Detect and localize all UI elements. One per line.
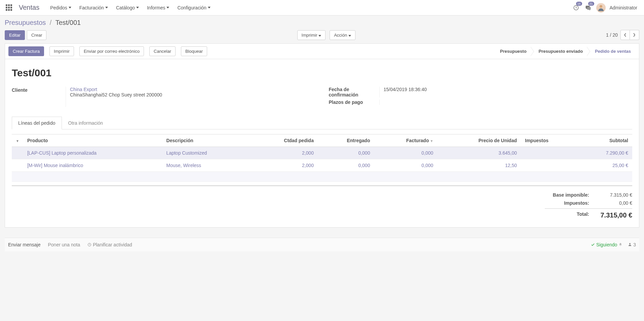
bell-icon xyxy=(618,242,622,247)
print-button[interactable]: Imprimir xyxy=(49,46,74,56)
cliente-link[interactable]: China Export xyxy=(70,87,315,92)
user-name[interactable]: Administrator xyxy=(610,5,637,10)
pager: 1 / 20 xyxy=(606,30,639,40)
value-plazos xyxy=(379,99,633,105)
print-dropdown[interactable]: Imprimir xyxy=(297,30,326,40)
status-step-pedido[interactable]: Pedido de ventas xyxy=(588,47,636,56)
tab-lines[interactable]: Líneas del pedido xyxy=(12,117,62,129)
table-row[interactable]: [LAP-CUS] Laptop personalizada Laptop Cu… xyxy=(12,147,632,159)
value-fecha: 15/04/2019 18:36:40 xyxy=(379,87,633,97)
send-message-link[interactable]: Enviar mensaje xyxy=(8,242,41,247)
cell-precio: 3.645,00 xyxy=(437,147,521,159)
cancel-button[interactable]: Cancelar xyxy=(149,46,176,56)
cell-precio: 12,50 xyxy=(437,159,521,172)
messages-icon[interactable]: 21 xyxy=(584,4,592,12)
cell-subtotal: 25,00 € xyxy=(578,159,632,172)
label-plazos: Plazos de pago xyxy=(329,99,379,105)
cell-descripcion: Mouse, Wireless xyxy=(162,159,250,172)
nav-catalogo[interactable]: Catálogo xyxy=(112,0,143,15)
following-label: Siguiendo xyxy=(596,242,617,247)
label-fecha: Fecha de confirmación xyxy=(329,87,379,97)
table-header-row: ▼ Producto Descripción Ctdad pedida Entr… xyxy=(12,134,632,147)
followers-count[interactable]: 3 xyxy=(628,242,636,247)
cell-facturado: 0,000 xyxy=(374,159,437,172)
tax-label: Impuestos: xyxy=(545,200,595,206)
caret-down-icon xyxy=(166,7,169,8)
schedule-activity-link[interactable]: Planificar actividad xyxy=(87,242,132,247)
nav-facturacion[interactable]: Facturación xyxy=(75,0,112,15)
col-facturado[interactable]: Facturado▼ xyxy=(374,134,437,147)
value-cliente: China Export ChinaShanghai52 Chop Suey s… xyxy=(66,87,315,107)
cell-subtotal: 7.290,00 € xyxy=(578,147,632,159)
send-email-button[interactable]: Enviar por correo electrónico xyxy=(79,46,144,56)
workflow-bar: Crear Factura Imprimir Enviar por correo… xyxy=(5,43,639,59)
create-invoice-button[interactable]: Crear Factura xyxy=(8,46,44,56)
col-ctdad[interactable]: Ctdad pedida xyxy=(250,134,317,147)
cell-impuestos xyxy=(521,147,578,159)
action-center: Imprimir Acción xyxy=(297,30,355,40)
cell-impuestos xyxy=(521,159,578,172)
breadcrumb-root[interactable]: Presupuestos xyxy=(5,19,46,26)
action-dropdown[interactable]: Acción xyxy=(330,30,355,40)
action-row: Editar Crear Imprimir Acción 1 / 20 xyxy=(5,30,639,43)
pager-position: 1 / 20 xyxy=(606,32,618,38)
nav-label: Catálogo xyxy=(116,5,135,10)
nav-pedidos[interactable]: Pedidos xyxy=(46,0,75,15)
form-col-left: Cliente China Export ChinaShanghai52 Cho… xyxy=(12,87,315,107)
svg-point-3 xyxy=(629,243,631,244)
top-navbar: Ventas Pedidos Facturación Catálogo Info… xyxy=(0,0,644,15)
caret-down-icon xyxy=(69,7,71,8)
followers-num: 3 xyxy=(633,242,636,247)
totals-table: Base imponible: 7.315,00 € Impuestos: 0,… xyxy=(545,191,632,220)
app-brand[interactable]: Ventas xyxy=(19,4,39,11)
chatter: Enviar mensaje Poner una nota Planificar… xyxy=(5,238,639,251)
nav-label: Facturación xyxy=(79,5,104,10)
caret-down-icon xyxy=(348,35,351,37)
col-precio[interactable]: Precio de Unidad xyxy=(437,134,521,147)
col-expand[interactable]: ▼ xyxy=(12,134,23,147)
create-button[interactable]: Crear xyxy=(27,30,47,40)
cell-producto[interactable]: [LAP-CUS] Laptop personalizada xyxy=(23,147,162,159)
status-step-presupuesto[interactable]: Presupuesto xyxy=(495,47,531,56)
caret-down-icon xyxy=(318,35,321,37)
col-producto[interactable]: Producto xyxy=(23,134,162,147)
nav-menu: Pedidos Facturación Catálogo Informes Co… xyxy=(46,0,215,15)
pager-next[interactable] xyxy=(630,30,639,40)
base-value: 7.315,00 € xyxy=(595,192,632,198)
log-note-link[interactable]: Poner una nota xyxy=(48,242,80,247)
cell-ctdad: 2,000 xyxy=(250,147,317,159)
status-step-enviado[interactable]: Presupuesto enviado xyxy=(531,47,588,56)
col-descripcion[interactable]: Descripción xyxy=(162,134,250,147)
lock-button[interactable]: Bloquear xyxy=(181,46,207,56)
row-handle[interactable] xyxy=(12,159,23,172)
apps-icon[interactable] xyxy=(3,2,15,14)
form-col-right: Fecha de confirmación 15/04/2019 18:36:4… xyxy=(329,87,633,107)
nav-right: 16 21 Administrator xyxy=(572,3,641,12)
cell-entregado: 0,000 xyxy=(318,147,374,159)
divider xyxy=(12,185,632,186)
totals: Base imponible: 7.315,00 € Impuestos: 0,… xyxy=(12,191,632,220)
badge-count: 21 xyxy=(588,2,594,6)
col-entregado[interactable]: Entregado xyxy=(318,134,374,147)
activities-icon[interactable]: 16 xyxy=(572,4,580,12)
total-label: Total: xyxy=(545,211,595,219)
pager-prev[interactable] xyxy=(620,30,630,40)
col-impuestos[interactable]: Impuestos xyxy=(521,134,578,147)
table-row-blank xyxy=(12,172,632,182)
cell-producto[interactable]: [M-Wir] Mouse inalámbrico xyxy=(23,159,162,172)
tab-other[interactable]: Otra información xyxy=(62,117,109,129)
nav-informes[interactable]: Informes xyxy=(143,0,173,15)
table-row[interactable]: [M-Wir] Mouse inalámbrico Mouse, Wireles… xyxy=(12,159,632,172)
breadcrumb-sep: / xyxy=(50,19,52,26)
cell-ctdad: 2,000 xyxy=(250,159,317,172)
row-handle[interactable] xyxy=(12,147,23,159)
nav-label: Configuración xyxy=(177,5,206,10)
col-subtotal[interactable]: Subtotal xyxy=(578,134,632,147)
tabs: Líneas del pedido Otra información xyxy=(12,116,632,129)
total-value: 7.315,00 € xyxy=(595,211,632,219)
user-avatar[interactable] xyxy=(596,3,606,12)
form-grid: Cliente China Export ChinaShanghai52 Cho… xyxy=(12,87,632,107)
edit-button[interactable]: Editar xyxy=(5,30,25,40)
following-button[interactable]: Siguiendo xyxy=(591,242,622,247)
nav-configuracion[interactable]: Configuración xyxy=(173,0,214,15)
